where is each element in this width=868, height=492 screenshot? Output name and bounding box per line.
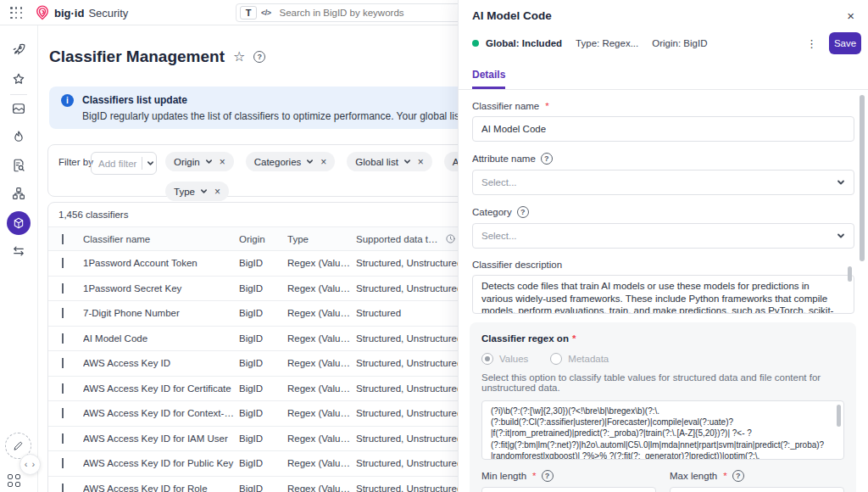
max-length-help-icon[interactable]: ? [732,470,744,482]
chevron-down-icon [403,158,411,165]
regex-textarea[interactable]: (?i)\b(?:(?:[\w]{2,30})(?<!\bre\b|\brege… [481,400,844,460]
textarea-scrollbar[interactable] [848,266,852,282]
attribute-name-select[interactable]: Select... [472,170,854,195]
collapse-panel-button[interactable]: ‹ › [19,454,41,475]
filter-chip[interactable]: Origin× [165,152,234,171]
cell-classifier-name: AWS Access Key ID [83,358,239,368]
attribute-name-label: Attribute name? [472,153,854,165]
code-search-toggle[interactable]: </> [261,8,271,17]
close-icon[interactable]: × [847,9,854,22]
category-help-icon[interactable]: ? [517,206,529,218]
divider [142,157,142,170]
cell-type: Regex (Values) [287,383,356,394]
filter-chip[interactable]: Categories× [246,152,336,171]
chevron-down-icon [837,178,845,187]
row-checkbox[interactable] [62,484,64,492]
swap-arrows-icon[interactable] [11,243,26,259]
max-length-label: Max length*? [670,470,844,482]
row-checkbox[interactable] [62,283,64,294]
radio-unselected-icon [550,353,562,365]
row-checkbox[interactable] [62,358,64,368]
row-checkbox[interactable] [62,458,64,468]
max-length-input[interactable] [670,487,844,492]
classifier-name-input[interactable] [472,116,854,142]
regex-on-help-text: Select this option to classify table val… [481,372,844,393]
min-length-input[interactable] [481,487,656,492]
column-type[interactable]: Type [287,234,356,244]
add-filter-input[interactable]: Add filter [91,152,157,175]
cell-classifier-name: AWS Access Key ID for Certificate [83,383,239,394]
chevron-down-icon [837,232,845,240]
radio-metadata[interactable]: Metadata [550,353,609,365]
row-checkbox[interactable] [62,258,64,268]
cell-origin: BigID [239,333,287,344]
status-dot [472,40,479,47]
column-supported-data-type[interactable]: Supported data type [356,234,445,244]
cell-origin: BigID [239,258,287,268]
apps-grid-icon[interactable] [8,474,20,487]
category-label: Category? [472,206,854,218]
regex-card: Classifier regex on * Values Metadata Se… [470,322,856,492]
chevron-down-icon [205,158,213,165]
attribute-help-icon[interactable]: ? [541,153,553,165]
app-window: big·idSecurity T </> [0,0,868,492]
document-search-icon[interactable] [11,158,26,173]
remove-icon[interactable]: × [320,157,326,167]
text-search-toggle[interactable]: T [240,6,257,20]
flame-icon[interactable] [11,129,26,144]
more-actions-icon[interactable]: ⋮ [803,37,821,50]
remove-icon[interactable]: × [214,187,220,197]
cell-origin: BigID [239,458,287,468]
cube-icon [12,216,25,230]
cell-type: Regex (Values) [287,333,356,344]
row-checkbox[interactable] [62,383,64,394]
sitemap-icon[interactable] [11,186,26,201]
row-checkbox[interactable] [62,333,64,344]
status-type: Type: Regex... [576,38,638,48]
brand-product: Security [88,7,128,20]
column-classifier-name[interactable]: Classifier name [83,234,239,244]
image-chart-icon[interactable] [11,101,26,116]
tab-details[interactable]: Details [472,69,505,89]
row-checkbox[interactable] [62,433,64,444]
cell-type: Regex (Values) [287,458,356,468]
filter-chip[interactable]: Type× [165,182,229,201]
rocket-icon[interactable] [11,42,26,57]
cell-origin: BigID [239,308,287,318]
favorite-star-icon[interactable]: ☆ [233,50,245,64]
column-origin[interactable]: Origin [239,234,287,244]
star-icon[interactable] [11,71,26,87]
regex-on-label: Classifier regex on * [481,333,844,344]
status-global: Global: Included [486,38,562,48]
min-length-help-icon[interactable]: ? [542,470,554,482]
category-placeholder: Select... [481,231,517,241]
description-label: Classifier description [472,260,854,270]
cell-origin: BigID [239,433,287,444]
cell-type: Regex (Values) [287,308,356,318]
regex-scrollbar[interactable] [837,405,841,427]
remove-icon[interactable]: × [220,157,225,167]
bigid-logo [34,4,51,21]
banner-title: Classifiers list update [82,94,187,106]
filter-chip[interactable]: Global list× [347,152,432,171]
cell-origin: BigID [239,408,287,418]
row-checkbox[interactable] [62,408,64,418]
cell-type: Regex (Values) [287,358,356,368]
pencil-icon [12,439,25,452]
description-textarea[interactable]: Detects code files that train AI models … [472,275,854,314]
panel-scrollbar[interactable] [860,95,865,261]
radio-values[interactable]: Values [481,353,528,365]
row-checkbox[interactable] [62,308,64,318]
save-button[interactable]: Save [829,32,861,54]
page-help-icon[interactable]: ? [253,51,265,63]
chevron-down-icon [200,187,208,195]
cell-type: Regex (Values) [287,433,356,444]
select-all-checkbox[interactable] [62,234,64,244]
classifier-detail-panel: AI Model Code × Global: Included Type: R… [458,0,868,492]
sidebar-item-classifiers-active[interactable] [7,211,31,235]
app-launcher-icon[interactable] [10,7,23,20]
remove-icon[interactable]: × [418,157,424,167]
classifier-name-label: Classifier name* [472,101,854,111]
category-select[interactable]: Select... [472,223,854,249]
add-filter-placeholder: Add filter [98,159,136,169]
